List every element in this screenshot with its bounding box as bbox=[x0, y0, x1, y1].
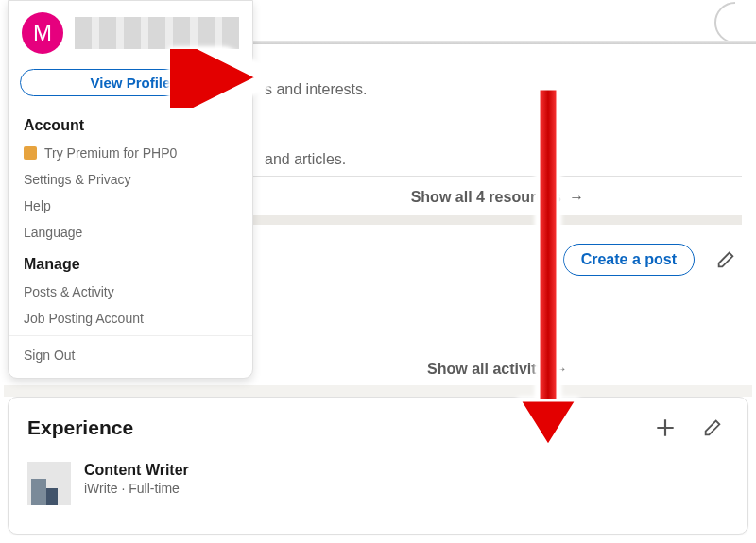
redacted-name bbox=[75, 17, 239, 49]
avatar-initial: M bbox=[33, 20, 52, 46]
edit-activity-button[interactable] bbox=[710, 248, 742, 271]
view-profile-label: View Profile bbox=[91, 75, 171, 91]
experience-role: Content Writer bbox=[84, 462, 189, 479]
divider bbox=[253, 348, 742, 348]
menu-item-try-premium[interactable]: Try Premium for PHP0 bbox=[9, 140, 252, 166]
menu-item-job-posting[interactable]: Job Posting Account bbox=[9, 305, 252, 331]
show-all-resources-link[interactable]: Show all 4 resources → bbox=[253, 189, 742, 206]
edit-experience-button[interactable] bbox=[696, 416, 729, 439]
experience-card: Experience Content Writer iWrite · Full-… bbox=[8, 397, 748, 535]
menu-item-label: Posts & Activity bbox=[24, 284, 114, 299]
plus-icon bbox=[653, 416, 678, 440]
divider bbox=[253, 176, 742, 177]
divider bbox=[253, 41, 756, 44]
manage-section-title: Manage bbox=[9, 246, 252, 279]
menu-item-label: Try Premium for PHP0 bbox=[44, 145, 177, 161]
menu-item-label: Language bbox=[24, 225, 82, 240]
annotation-arrow-down bbox=[510, 85, 586, 453]
truncated-text: and articles. bbox=[265, 151, 346, 168]
menu-item-language[interactable]: Language bbox=[9, 219, 252, 246]
menu-item-label: Job Posting Account bbox=[24, 311, 144, 326]
section-gap bbox=[253, 215, 742, 225]
company-logo bbox=[27, 462, 71, 505]
menu-item-posts-activity[interactable]: Posts & Activity bbox=[9, 279, 252, 305]
top-right-circle bbox=[714, 2, 756, 43]
annotation-arrow-left bbox=[170, 49, 274, 108]
premium-icon bbox=[24, 146, 37, 160]
pencil-icon bbox=[715, 249, 736, 270]
menu-item-help[interactable]: Help bbox=[9, 193, 252, 219]
add-experience-button[interactable] bbox=[647, 415, 683, 441]
account-section-title: Account bbox=[9, 108, 252, 140]
svg-rect-0 bbox=[539, 89, 558, 400]
menu-item-label: Help bbox=[24, 198, 51, 213]
experience-item[interactable]: Content Writer iWrite · Full-time bbox=[27, 462, 729, 505]
avatar[interactable]: M bbox=[22, 12, 63, 54]
menu-item-settings[interactable]: Settings & Privacy bbox=[9, 166, 252, 193]
pencil-icon bbox=[702, 417, 723, 438]
truncated-text: s and interests. bbox=[265, 81, 368, 98]
menu-item-sign-out[interactable]: Sign Out bbox=[9, 335, 252, 372]
experience-meta: iWrite · Full-time bbox=[84, 481, 189, 496]
menu-item-label: Sign Out bbox=[24, 348, 75, 363]
section-gap bbox=[4, 385, 752, 397]
menu-item-label: Settings & Privacy bbox=[24, 172, 131, 187]
show-all-activity-link[interactable]: Show all activity → bbox=[253, 361, 742, 378]
create-post-label: Create a post bbox=[581, 251, 677, 267]
